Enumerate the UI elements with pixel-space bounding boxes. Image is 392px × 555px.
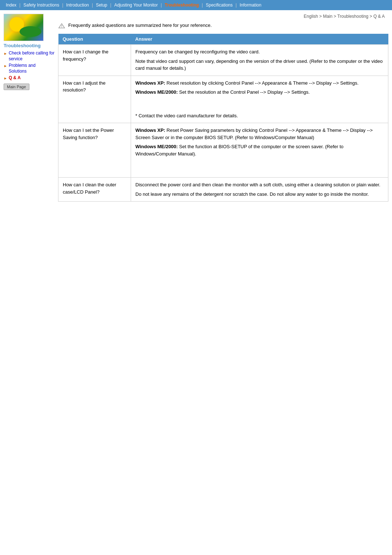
sidebar: Troubleshooting ► Check before calling f…	[4, 14, 54, 202]
table-row: How can I adjust the resolution?Windows …	[58, 76, 388, 123]
top-navigation: Index | Safety Instructions | Introducti…	[0, 0, 392, 10]
question-cell-0: How can I change the frequency?	[58, 45, 131, 76]
nav-information[interactable]: Information	[237, 2, 264, 8]
answer-cell-3: Disconnect the power cord and then clean…	[131, 178, 388, 202]
answer-para: Windows ME/2000: Set the resolution at t…	[135, 89, 384, 96]
nav-sep-7: |	[235, 3, 237, 8]
question-cell-3: How can I clean the outer case/LCD Panel…	[58, 178, 131, 202]
answer-para: Frequency can be changed by reconfigurin…	[135, 48, 384, 56]
nav-setup[interactable]: Setup	[94, 2, 109, 8]
main-page-button[interactable]: Main Page	[4, 84, 29, 90]
answer-para: Disconnect the power cord and then clean…	[135, 181, 384, 189]
nav-sep-2: |	[61, 3, 64, 8]
answer-subtitle: Windows XP:	[135, 80, 165, 86]
col-answer-header: Answer	[131, 34, 388, 45]
answer-subtitle: Windows ME/2000:	[135, 89, 178, 95]
nav-sep-4: |	[110, 3, 112, 8]
info-icon	[58, 23, 65, 29]
sidebar-link-check-before[interactable]: ► Check before calling for service	[4, 50, 54, 62]
arrow-icon-1: ►	[4, 51, 7, 56]
answer-para: Windows XP: Reset resolution by clicking…	[135, 80, 384, 87]
svg-point-2	[61, 27, 62, 28]
col-question-header: Question	[58, 34, 131, 45]
nav-adjusting[interactable]: Adjusting Your Monitor	[112, 2, 160, 8]
answer-subtitle: Windows ME/2000:	[135, 144, 178, 149]
sidebar-link-problems-label: Problems and Solutions	[9, 63, 54, 74]
sidebar-link-qa[interactable]: ► Q & A	[4, 75, 54, 81]
sidebar-image	[4, 14, 44, 41]
sidebar-link-check-before-label: Check before calling for service	[9, 50, 54, 62]
answer-para: Windows XP: Reset Power Saving parameter…	[135, 127, 384, 141]
nav-troubleshooting[interactable]: Troubleshooting	[163, 2, 201, 8]
answer-cell-1: Windows XP: Reset resolution by clicking…	[131, 76, 388, 123]
nav-introduction[interactable]: Introduction	[64, 2, 91, 8]
table-body: How can I change the frequency?Frequency…	[58, 45, 388, 202]
answer-para: * Contact the video card manufacturer fo…	[135, 112, 384, 119]
table-row: How can I change the frequency?Frequency…	[58, 45, 388, 76]
sidebar-link-problems[interactable]: ► Problems and Solutions	[4, 63, 54, 74]
arrow-icon-3: ►	[4, 76, 7, 81]
question-cell-1: How can I adjust the resolution?	[58, 76, 131, 123]
sidebar-title: Troubleshooting	[4, 43, 54, 48]
answer-para: Note that video card support can vary, d…	[135, 58, 384, 72]
breadcrumb: English > Main > Troubleshooting > Q & A	[58, 14, 388, 19]
nav-safety[interactable]: Safety Instructions	[21, 2, 61, 8]
nav-sep-3: |	[91, 3, 94, 8]
table-header-row: Question Answer	[58, 34, 388, 45]
qa-table: Question Answer How can I change the fre…	[58, 34, 388, 202]
intro-text: Frequently asked questions are summarize…	[68, 23, 212, 28]
nav-sep-6: |	[201, 3, 204, 8]
question-cell-2: How can I set the Power Saving function?	[58, 123, 131, 178]
content-area: English > Main > Troubleshooting > Q & A…	[58, 14, 388, 202]
answer-cell-0: Frequency can be changed by reconfigurin…	[131, 45, 388, 76]
intro-line: Frequently asked questions are summarize…	[58, 23, 388, 29]
table-row: How can I clean the outer case/LCD Panel…	[58, 178, 388, 202]
answer-subtitle: Windows XP:	[135, 127, 165, 133]
nav-specifications[interactable]: Specifications	[204, 2, 235, 8]
nav-index[interactable]: Index	[4, 2, 19, 8]
sidebar-link-qa-label: Q & A	[9, 75, 21, 81]
table-row: How can I set the Power Saving function?…	[58, 123, 388, 178]
answer-para: Windows ME/2000: Set the function at BIO…	[135, 143, 384, 157]
answer-cell-2: Windows XP: Reset Power Saving parameter…	[131, 123, 388, 178]
answer-para: Do not leave any remains of the detergen…	[135, 191, 384, 198]
nav-sep-5: |	[160, 3, 163, 8]
arrow-icon-2: ►	[4, 64, 7, 68]
nav-sep-1: |	[19, 3, 21, 8]
main-wrapper: Troubleshooting ► Check before calling f…	[0, 10, 392, 205]
